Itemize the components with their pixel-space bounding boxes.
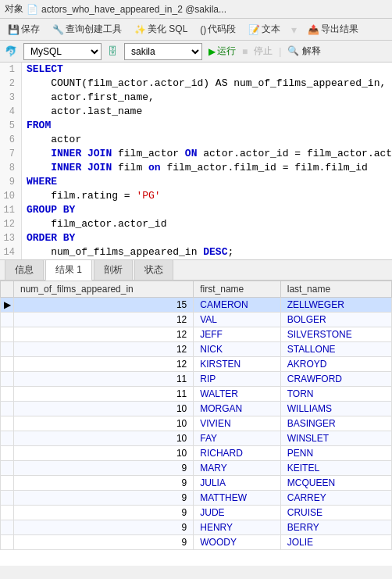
code-block-button[interactable]: () 代码段 <box>197 21 239 38</box>
tab-信息[interactable]: 信息 <box>5 259 44 280</box>
row-indicator <box>1 431 14 446</box>
table-row[interactable]: 12NICKSTALLONE <box>1 342 392 357</box>
code-line[interactable]: 9WHERE <box>0 175 392 189</box>
num-of-films-cell: 9 <box>14 506 194 520</box>
stop-button[interactable]: 停止 <box>254 45 273 58</box>
first-name-cell: HENRY <box>194 520 281 535</box>
table-row[interactable]: ▶15CAMERONZELLWEGER <box>1 298 392 313</box>
table-row[interactable]: 12KIRSTENAKROYD <box>1 357 392 372</box>
object-label: 对象 <box>5 2 23 16</box>
table-row[interactable]: 12VALBOLGER <box>1 313 392 327</box>
table-row[interactable]: 9HENRYBERRY <box>1 520 392 535</box>
run-icon: ▶ <box>208 46 216 57</box>
explain-icon: 🔍 <box>287 45 299 56</box>
first-name-cell: KIRSTEN <box>194 357 281 372</box>
engine-select[interactable]: MySQL <box>23 43 102 60</box>
tab-剖析[interactable]: 剖析 <box>94 259 133 280</box>
code-line[interactable]: 1SELECT <box>0 63 392 77</box>
table-row[interactable]: 9MATTHEWCARREY <box>1 491 392 506</box>
explain-button[interactable]: 🔍 解释 <box>287 45 320 58</box>
database-select[interactable]: sakila <box>124 43 202 60</box>
table-row[interactable]: 10RICHARDPENN <box>1 446 392 461</box>
query-tool-button[interactable]: 🔧 查询创建工具 <box>49 21 125 38</box>
line-number: 1 <box>0 63 22 77</box>
code-editor[interactable]: 1SELECT2 COUNT(film_actor.actor_id) AS n… <box>0 63 392 260</box>
code-line[interactable]: 7 INNER JOIN film_actor ON actor.actor_i… <box>0 147 392 161</box>
table-row[interactable]: 12JEFFSILVERSTONE <box>1 327 392 342</box>
table-row[interactable]: 10FAYWINSLET <box>1 431 392 446</box>
first-name-cell: RIP <box>194 372 281 387</box>
tab-状态[interactable]: 状态 <box>134 259 173 280</box>
table-row[interactable]: 9JUDECRUISE <box>1 506 392 520</box>
row-indicator <box>1 372 14 387</box>
line-content: SELECT <box>22 63 63 77</box>
code-line[interactable]: 6 actor <box>0 133 392 147</box>
row-indicator <box>1 416 14 431</box>
line-number: 2 <box>0 77 22 91</box>
code-line[interactable]: 13ORDER BY <box>0 231 392 245</box>
code-line[interactable]: 2 COUNT(film_actor.actor_id) AS num_of_f… <box>0 77 392 91</box>
table-row[interactable]: 11RIPCRAWFORD <box>1 372 392 387</box>
num-of-films-cell: 12 <box>14 357 194 372</box>
line-content: FROM <box>22 119 51 133</box>
line-content: WHERE <box>22 175 57 189</box>
last-name-cell: BOLGER <box>280 313 391 327</box>
export-button[interactable]: 📤 导出结果 <box>305 21 362 38</box>
num-of-films-cell: 10 <box>14 431 194 446</box>
num-of-films-cell: 9 <box>14 461 194 476</box>
line-content: COUNT(film_actor.actor_id) AS num_of_fil… <box>22 77 386 91</box>
column-header: first_name <box>194 281 281 298</box>
row-indicator <box>1 491 14 506</box>
query-tool-icon: 🔧 <box>52 24 64 35</box>
line-content: GROUP BY <box>22 203 75 217</box>
row-indicator: ▶ <box>1 298 14 313</box>
code-line[interactable]: 12 film_actor.actor_id <box>0 217 392 231</box>
toolbar2: 🐬 MySQL 🗄 sakila ▶ 运行 ■ 停止 | 🔍 解释 <box>0 41 392 63</box>
table-row[interactable]: 9JULIAMCQUEEN <box>1 476 392 491</box>
code-line[interactable]: 5FROM <box>0 119 392 133</box>
text-button[interactable]: 📝 文本 <box>245 21 283 38</box>
save-button[interactable]: 💾 保存 <box>5 21 43 38</box>
line-number: 9 <box>0 175 22 189</box>
line-content: INNER JOIN film on film_actor.film_id = … <box>22 161 368 175</box>
row-indicator <box>1 327 14 342</box>
tab-结果-1[interactable]: 结果 1 <box>45 259 92 281</box>
code-line[interactable]: 4 actor.last_name <box>0 105 392 119</box>
first-name-cell: WOODY <box>194 535 281 550</box>
line-number: 4 <box>0 105 22 119</box>
table-row[interactable]: 11WALTERTORN <box>1 387 392 402</box>
column-header: num_of_films_appeared_in <box>14 281 194 298</box>
table-row[interactable]: 9WOODYJOLIE <box>1 535 392 550</box>
row-indicator <box>1 535 14 550</box>
table-row[interactable]: 10VIVIENBASINGER <box>1 416 392 431</box>
table-row[interactable]: 9MARYKEITEL <box>1 461 392 476</box>
last-name-cell: CARREY <box>280 491 391 506</box>
result-area[interactable]: num_of_films_appeared_infirst_namelast_n… <box>0 281 392 566</box>
row-indicator <box>1 506 14 520</box>
last-name-cell: TORN <box>280 387 391 402</box>
first-name-cell: JULIA <box>194 476 281 491</box>
table-row[interactable]: 10MORGANWILLIAMS <box>1 402 392 416</box>
last-name-cell: PENN <box>280 446 391 461</box>
num-of-films-cell: 12 <box>14 313 194 327</box>
last-name-cell: BERRY <box>280 520 391 535</box>
run-button[interactable]: ▶ 运行 <box>208 45 236 58</box>
beautify-icon: ✨ <box>134 24 146 35</box>
first-name-cell: MORGAN <box>194 402 281 416</box>
first-name-cell: CAMERON <box>194 298 281 313</box>
code-line[interactable]: 10 film.rating = 'PG' <box>0 189 392 203</box>
code-line[interactable]: 14 num_of_films_appeared_in DESC; <box>0 245 392 259</box>
num-of-films-cell: 11 <box>14 372 194 387</box>
result-tabs: 信息结果 1剖析状态 <box>0 260 392 281</box>
db-icon: 🗄 <box>108 45 118 57</box>
beautify-button[interactable]: ✨ 美化 SQL <box>131 21 191 38</box>
num-of-films-cell: 9 <box>14 491 194 506</box>
line-content: INNER JOIN film_actor ON actor.actor_id … <box>22 147 392 161</box>
last-name-cell: CRUISE <box>280 506 391 520</box>
code-line[interactable]: 3 actor.first_name, <box>0 91 392 105</box>
code-line[interactable]: 11GROUP BY <box>0 203 392 217</box>
code-line[interactable]: 8 INNER JOIN film on film_actor.film_id … <box>0 161 392 175</box>
row-indicator <box>1 520 14 535</box>
first-name-cell: VAL <box>194 313 281 327</box>
line-number: 6 <box>0 133 22 147</box>
